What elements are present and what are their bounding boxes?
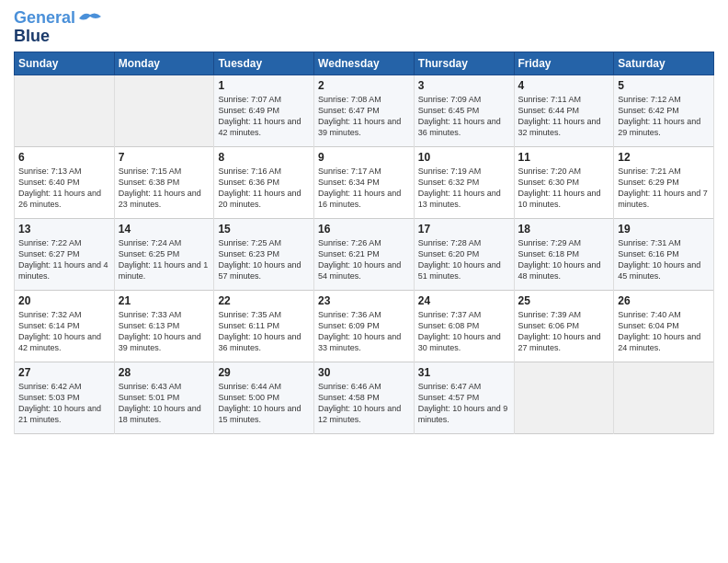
day-info: Sunrise: 7:31 AM Sunset: 6:16 PM Dayligh… xyxy=(618,237,710,282)
day-info: Sunrise: 7:37 AM Sunset: 6:08 PM Dayligh… xyxy=(418,309,510,354)
day-number: 31 xyxy=(418,366,510,379)
calendar-cell: 23Sunrise: 7:36 AM Sunset: 6:09 PM Dayli… xyxy=(314,290,415,362)
day-number: 26 xyxy=(618,294,710,307)
day-number: 16 xyxy=(318,223,410,236)
calendar-cell: 15Sunrise: 7:25 AM Sunset: 6:23 PM Dayli… xyxy=(214,218,314,290)
day-number: 28 xyxy=(119,366,210,379)
column-header-tuesday: Tuesday xyxy=(214,52,314,75)
calendar-cell: 18Sunrise: 7:29 AM Sunset: 6:18 PM Dayli… xyxy=(514,218,614,290)
day-number: 27 xyxy=(18,366,110,379)
calendar-cell: 30Sunrise: 6:46 AM Sunset: 4:58 PM Dayli… xyxy=(314,362,415,433)
day-info: Sunrise: 7:32 AM Sunset: 6:14 PM Dayligh… xyxy=(18,309,110,354)
calendar-cell: 10Sunrise: 7:19 AM Sunset: 6:32 PM Dayli… xyxy=(414,146,514,218)
calendar-cell: 7Sunrise: 7:15 AM Sunset: 6:38 PM Daylig… xyxy=(114,146,214,218)
calendar-cell: 8Sunrise: 7:16 AM Sunset: 6:36 PM Daylig… xyxy=(214,146,314,218)
day-info: Sunrise: 7:16 AM Sunset: 6:36 PM Dayligh… xyxy=(218,166,310,211)
logo: General Blue xyxy=(14,9,103,46)
header-row: SundayMondayTuesdayWednesdayThursdayFrid… xyxy=(15,52,714,75)
calendar-cell xyxy=(114,75,214,146)
day-info: Sunrise: 6:46 AM Sunset: 4:58 PM Dayligh… xyxy=(318,381,410,426)
day-number: 11 xyxy=(518,151,610,164)
day-info: Sunrise: 7:28 AM Sunset: 6:20 PM Dayligh… xyxy=(418,237,510,282)
day-info: Sunrise: 7:07 AM Sunset: 6:49 PM Dayligh… xyxy=(218,94,310,139)
day-info: Sunrise: 7:36 AM Sunset: 6:09 PM Dayligh… xyxy=(318,309,410,354)
calendar-cell: 31Sunrise: 6:47 AM Sunset: 4:57 PM Dayli… xyxy=(414,362,514,433)
day-info: Sunrise: 7:17 AM Sunset: 6:34 PM Dayligh… xyxy=(318,166,410,211)
calendar-cell: 16Sunrise: 7:26 AM Sunset: 6:21 PM Dayli… xyxy=(314,218,415,290)
day-info: Sunrise: 7:19 AM Sunset: 6:32 PM Dayligh… xyxy=(418,166,510,211)
calendar-cell: 3Sunrise: 7:09 AM Sunset: 6:45 PM Daylig… xyxy=(414,75,514,146)
day-info: Sunrise: 7:12 AM Sunset: 6:42 PM Dayligh… xyxy=(618,94,710,139)
calendar-cell: 11Sunrise: 7:20 AM Sunset: 6:30 PM Dayli… xyxy=(514,146,614,218)
day-number: 5 xyxy=(618,79,710,92)
day-number: 30 xyxy=(318,366,410,379)
day-info: Sunrise: 7:26 AM Sunset: 6:21 PM Dayligh… xyxy=(318,237,410,282)
column-header-wednesday: Wednesday xyxy=(314,52,415,75)
day-number: 3 xyxy=(418,79,510,92)
day-number: 9 xyxy=(318,151,410,164)
calendar-cell: 14Sunrise: 7:24 AM Sunset: 6:25 PM Dayli… xyxy=(114,218,214,290)
calendar-cell: 20Sunrise: 7:32 AM Sunset: 6:14 PM Dayli… xyxy=(15,290,115,362)
day-number: 6 xyxy=(18,151,110,164)
calendar-cell: 21Sunrise: 7:33 AM Sunset: 6:13 PM Dayli… xyxy=(114,290,214,362)
calendar-cell: 24Sunrise: 7:37 AM Sunset: 6:08 PM Dayli… xyxy=(414,290,514,362)
day-info: Sunrise: 7:20 AM Sunset: 6:30 PM Dayligh… xyxy=(518,166,610,211)
logo-bird-icon xyxy=(77,9,103,28)
calendar-cell: 26Sunrise: 7:40 AM Sunset: 6:04 PM Dayli… xyxy=(614,290,714,362)
day-number: 22 xyxy=(218,294,310,307)
day-number: 17 xyxy=(418,223,510,236)
day-info: Sunrise: 6:47 AM Sunset: 4:57 PM Dayligh… xyxy=(418,381,510,426)
calendar-cell: 4Sunrise: 7:11 AM Sunset: 6:44 PM Daylig… xyxy=(514,75,614,146)
day-number: 23 xyxy=(318,294,410,307)
week-row-5: 27Sunrise: 6:42 AM Sunset: 5:03 PM Dayli… xyxy=(15,362,714,433)
day-info: Sunrise: 7:09 AM Sunset: 6:45 PM Dayligh… xyxy=(418,94,510,139)
calendar-cell: 25Sunrise: 7:39 AM Sunset: 6:06 PM Dayli… xyxy=(514,290,614,362)
day-number: 1 xyxy=(218,79,310,92)
day-number: 25 xyxy=(518,294,610,307)
week-row-2: 6Sunrise: 7:13 AM Sunset: 6:40 PM Daylig… xyxy=(15,146,714,218)
day-number: 20 xyxy=(18,294,110,307)
column-header-saturday: Saturday xyxy=(614,52,714,75)
calendar-table: SundayMondayTuesdayWednesdayThursdayFrid… xyxy=(14,52,714,434)
day-info: Sunrise: 7:39 AM Sunset: 6:06 PM Dayligh… xyxy=(518,309,610,354)
day-info: Sunrise: 7:25 AM Sunset: 6:23 PM Dayligh… xyxy=(218,237,310,282)
week-row-1: 1Sunrise: 7:07 AM Sunset: 6:49 PM Daylig… xyxy=(15,75,714,146)
day-number: 10 xyxy=(418,151,510,164)
day-info: Sunrise: 7:15 AM Sunset: 6:38 PM Dayligh… xyxy=(119,166,210,211)
day-info: Sunrise: 7:40 AM Sunset: 6:04 PM Dayligh… xyxy=(618,309,710,354)
calendar-cell xyxy=(15,75,115,146)
logo-blue: Blue xyxy=(14,28,50,46)
day-number: 2 xyxy=(318,79,410,92)
day-number: 29 xyxy=(218,366,310,379)
calendar-cell: 28Sunrise: 6:43 AM Sunset: 5:01 PM Dayli… xyxy=(114,362,214,433)
day-number: 19 xyxy=(618,223,710,236)
calendar-cell: 12Sunrise: 7:21 AM Sunset: 6:29 PM Dayli… xyxy=(614,146,714,218)
column-header-monday: Monday xyxy=(114,52,214,75)
calendar-cell: 29Sunrise: 6:44 AM Sunset: 5:00 PM Dayli… xyxy=(214,362,314,433)
week-row-3: 13Sunrise: 7:22 AM Sunset: 6:27 PM Dayli… xyxy=(15,218,714,290)
day-number: 13 xyxy=(18,223,110,236)
day-number: 12 xyxy=(618,151,710,164)
header: General Blue xyxy=(14,9,714,46)
column-header-thursday: Thursday xyxy=(414,52,514,75)
calendar-cell: 5Sunrise: 7:12 AM Sunset: 6:42 PM Daylig… xyxy=(614,75,714,146)
day-info: Sunrise: 7:24 AM Sunset: 6:25 PM Dayligh… xyxy=(119,237,210,282)
logo-text: General xyxy=(14,9,75,28)
calendar-cell: 13Sunrise: 7:22 AM Sunset: 6:27 PM Dayli… xyxy=(15,218,115,290)
calendar-cell: 1Sunrise: 7:07 AM Sunset: 6:49 PM Daylig… xyxy=(214,75,314,146)
calendar-cell xyxy=(514,362,614,433)
day-info: Sunrise: 6:43 AM Sunset: 5:01 PM Dayligh… xyxy=(119,381,210,426)
calendar-cell: 2Sunrise: 7:08 AM Sunset: 6:47 PM Daylig… xyxy=(314,75,415,146)
week-row-4: 20Sunrise: 7:32 AM Sunset: 6:14 PM Dayli… xyxy=(15,290,714,362)
column-header-sunday: Sunday xyxy=(15,52,115,75)
day-number: 18 xyxy=(518,223,610,236)
day-info: Sunrise: 7:33 AM Sunset: 6:13 PM Dayligh… xyxy=(119,309,210,354)
day-info: Sunrise: 6:44 AM Sunset: 5:00 PM Dayligh… xyxy=(218,381,310,426)
day-number: 7 xyxy=(119,151,210,164)
calendar-cell: 17Sunrise: 7:28 AM Sunset: 6:20 PM Dayli… xyxy=(414,218,514,290)
calendar-cell: 27Sunrise: 6:42 AM Sunset: 5:03 PM Dayli… xyxy=(15,362,115,433)
calendar-cell xyxy=(614,362,714,433)
day-info: Sunrise: 7:08 AM Sunset: 6:47 PM Dayligh… xyxy=(318,94,410,139)
day-info: Sunrise: 7:11 AM Sunset: 6:44 PM Dayligh… xyxy=(518,94,610,139)
day-number: 8 xyxy=(218,151,310,164)
